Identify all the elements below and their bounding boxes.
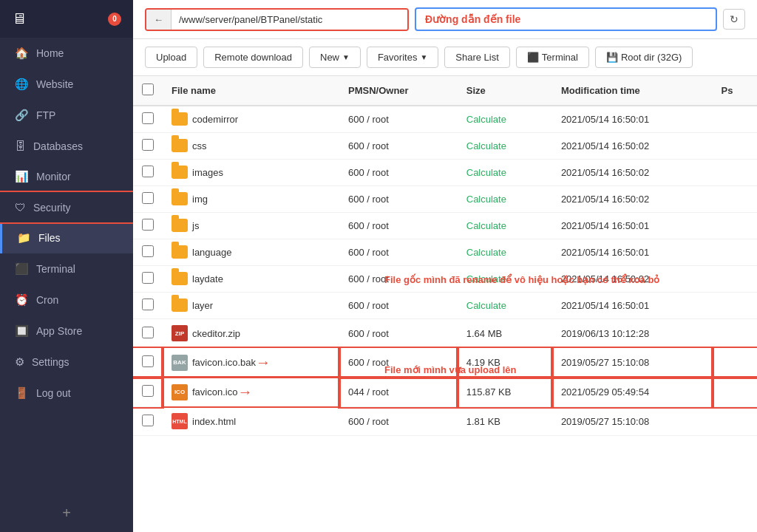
files-icon: 📁 (17, 231, 31, 245)
file-name-cell: css (163, 133, 339, 158)
calculate-link[interactable]: Calculate (466, 247, 506, 258)
row-checkbox[interactable] (142, 415, 154, 426)
file-table-header: File name PMSN/Owner Size Modification t… (133, 76, 757, 106)
file-ps (713, 293, 757, 319)
file-name-text: index.html (192, 416, 236, 427)
file-pmsn: 600 / root (339, 133, 458, 160)
file-ps (713, 213, 757, 239)
favorites-button[interactable]: Favorites ▼ (367, 47, 438, 68)
sidebar-nav: 🏠Home🌐Website🔗FTP🗄Databases📊Monitor🛡Secu… (0, 38, 133, 494)
row-checkbox[interactable] (142, 385, 154, 397)
toolbar: Upload Remote download New ▼ Favorites ▼… (133, 39, 757, 76)
calculate-link[interactable]: Calculate (466, 140, 506, 151)
share-list-button[interactable]: Share List (444, 47, 510, 68)
favorites-label: Favorites (378, 52, 417, 63)
terminal-icon: ⬛ (527, 52, 539, 63)
sidebar-item-files[interactable]: 📁Files (0, 222, 133, 253)
sidebar-item-website[interactable]: 🌐Website (0, 69, 133, 100)
row-checkbox[interactable] (142, 299, 154, 310)
sidebar-item-appstore[interactable]: 🔲App Store (0, 316, 133, 347)
address-bar-inner: ← (145, 8, 409, 31)
table-row: images 600 / root Calculate 2021/05/14 1… (133, 160, 757, 186)
sidebar-item-logout[interactable]: 🚪Log out (0, 378, 133, 409)
calculate-link[interactable]: Calculate (466, 273, 506, 284)
sidebar-label-databases: Databases (33, 140, 83, 152)
ico-icon: ICO (172, 384, 188, 400)
file-ps (713, 407, 757, 436)
sidebar-label-settings: Settings (32, 356, 69, 368)
row-checkbox[interactable] (142, 166, 154, 177)
file-size-cell: Calculate (458, 213, 552, 239)
file-pmsn: 600 / root (339, 319, 458, 348)
databases-icon: 🗄 (15, 140, 26, 152)
row-checkbox[interactable] (142, 112, 154, 124)
select-all-checkbox[interactable] (142, 83, 154, 95)
sidebar-item-ftp[interactable]: 🔗FTP (0, 100, 133, 131)
file-name-cell: layer (163, 293, 339, 318)
sidebar-label-appstore: App Store (36, 325, 82, 337)
new-dropdown-icon: ▼ (342, 53, 350, 61)
address-input[interactable] (172, 10, 407, 30)
security-icon: 🛡 (15, 201, 26, 214)
file-pmsn: 600 / root (339, 266, 458, 293)
file-name-cell: language (163, 239, 339, 265)
sidebar-item-monitor[interactable]: 📊Monitor (0, 161, 133, 192)
zip-icon: ZIP (172, 325, 188, 341)
sidebar-item-terminal[interactable]: ⬛Terminal (0, 253, 133, 284)
sidebar-label-home: Home (36, 47, 64, 59)
sidebar-item-databases[interactable]: 🗄Databases (0, 131, 133, 161)
calculate-link[interactable]: Calculate (466, 194, 506, 205)
notification-badge: 0 (108, 13, 121, 26)
file-ps (713, 160, 757, 186)
sidebar-item-security[interactable]: 🛡Security (0, 192, 133, 222)
file-pmsn: 600 / root (339, 213, 458, 239)
root-dir-button[interactable]: 💾 Root dir (32G) (595, 47, 693, 68)
annotation-arrow-ico: → (237, 383, 252, 400)
sidebar-item-home[interactable]: 🏠Home (0, 38, 133, 69)
sidebar-add-button[interactable]: + (0, 494, 133, 532)
file-size-cell: Calculate (458, 266, 552, 293)
new-button[interactable]: New ▼ (309, 47, 361, 68)
file-table-body: codemirror 600 / root Calculate 2021/05/… (133, 106, 757, 436)
calculate-link[interactable]: Calculate (466, 220, 506, 231)
sidebar-item-settings[interactable]: ⚙Settings (0, 347, 133, 378)
table-row: HTML index.html 600 / root 1.81 KB 2019/… (133, 407, 757, 436)
row-checkbox[interactable] (142, 139, 154, 151)
file-mtime: 2021/05/14 16:50:01 (552, 239, 713, 266)
file-name-text: images (192, 167, 223, 178)
file-pmsn: 600 / root (339, 186, 458, 213)
folder-icon (172, 299, 188, 312)
file-pmsn: 600 / root (339, 293, 458, 319)
folder-icon (172, 166, 188, 179)
file-name-text: favicon.ico.bak (192, 357, 256, 368)
appstore-icon: 🔲 (15, 324, 29, 338)
upload-button[interactable]: Upload (145, 47, 197, 68)
file-size-cell: Calculate (458, 186, 552, 213)
address-refresh-button[interactable]: ↻ (723, 9, 745, 30)
row-checkbox[interactable] (142, 327, 154, 338)
row-checkbox[interactable] (142, 245, 154, 257)
terminal-button[interactable]: ⬛ Terminal (516, 47, 589, 68)
sidebar-item-cron[interactable]: ⏰Cron (0, 284, 133, 316)
calculate-link[interactable]: Calculate (466, 300, 506, 311)
file-pmsn: 044 / root (339, 378, 458, 407)
file-pmsn: 600 / root (339, 407, 458, 436)
calculate-link[interactable]: Calculate (466, 114, 506, 125)
row-checkbox[interactable] (142, 355, 154, 367)
row-checkbox[interactable] (142, 272, 154, 284)
remote-download-button[interactable]: Remote download (203, 47, 303, 68)
file-ps (713, 348, 757, 378)
row-checkbox[interactable] (142, 192, 154, 204)
table-row: laydate 600 / root Calculate 2021/05/14 … (133, 266, 757, 293)
file-size: 115.87 KB (466, 386, 512, 398)
file-size: 1.64 MB (466, 328, 502, 339)
calculate-link[interactable]: Calculate (466, 167, 506, 178)
table-row: layer 600 / root Calculate 2021/05/14 16… (133, 293, 757, 319)
file-pmsn: 600 / root (339, 160, 458, 186)
address-label: Đường dẫn đến file (415, 7, 717, 31)
root-dir-label: Root dir (32G) (621, 52, 682, 63)
address-back-button[interactable]: ← (146, 10, 172, 30)
file-name-text: codemirror (192, 114, 238, 125)
row-checkbox[interactable] (142, 219, 154, 231)
file-name-cell: ICO favicon.ico → (163, 378, 339, 406)
